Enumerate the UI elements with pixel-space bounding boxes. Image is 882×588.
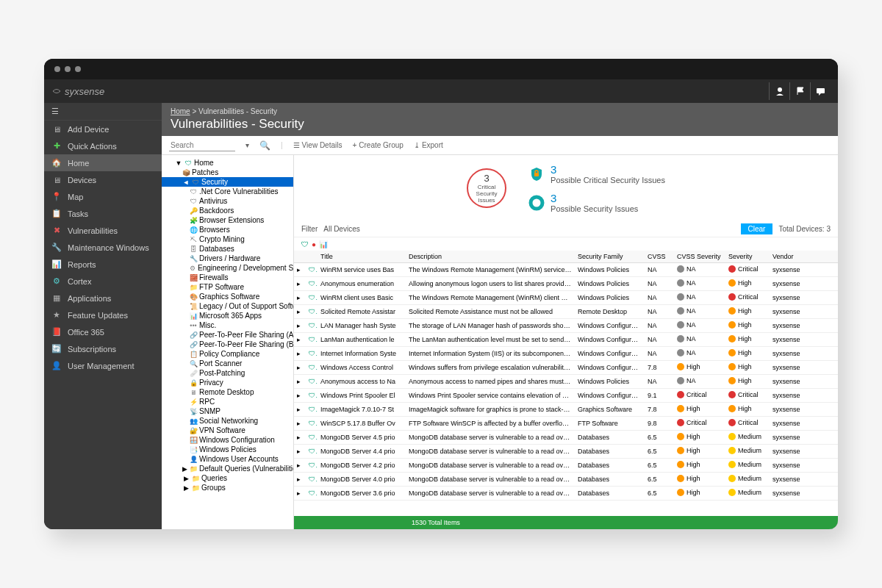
expand-icon[interactable]: ▸: [294, 473, 306, 485]
table-row[interactable]: ▸🛡ImageMagick 7.0.10-7 StImageMagick sof…: [294, 403, 838, 417]
table-row[interactable]: ▸🛡Internet Information SysteInternet Inf…: [294, 347, 838, 361]
tree-node[interactable]: 👤Windows User Accounts: [162, 454, 293, 464]
sidebar-item-devices[interactable]: 🖥Devices: [44, 171, 162, 188]
sidebar-item-user-management[interactable]: 👤User Management: [44, 357, 162, 374]
table-row[interactable]: ▸🛡LanMan authentication leThe LanMan aut…: [294, 333, 838, 347]
sidebar-item-reports[interactable]: 📊Reports: [44, 256, 162, 273]
column-header[interactable]: Security Family: [575, 251, 645, 262]
expand-icon[interactable]: ▸: [294, 362, 306, 373]
sidebar-item-quick-actions[interactable]: ✚Quick Actions: [44, 137, 162, 154]
dropdown-icon[interactable]: ▾: [245, 141, 249, 149]
hamburger-icon[interactable]: ☰: [44, 103, 162, 121]
table-row[interactable]: ▸🛡Anonymous access to NaAnonymous access…: [294, 375, 838, 389]
tree-node[interactable]: 🪟Windows Configuration: [162, 435, 293, 445]
expand-icon[interactable]: ▸: [294, 306, 306, 318]
export-button[interactable]: ⤓ Export: [414, 141, 443, 149]
tree-node[interactable]: ⚙Engineering / Development So: [162, 263, 293, 273]
tree-node[interactable]: •••Misc.: [162, 320, 293, 330]
chat-icon[interactable]: [810, 82, 831, 100]
tree-node[interactable]: 📡SNMP: [162, 406, 293, 416]
tree-node[interactable]: 🔧Drivers / Hardware: [162, 254, 293, 263]
tree-node[interactable]: 📜Legacy / Out of Support Softwa: [162, 301, 293, 311]
expand-icon[interactable]: ▸: [294, 264, 306, 276]
sidebar-item-map[interactable]: 📍Map: [44, 188, 162, 205]
tree-node[interactable]: 🛡Antivirus: [162, 196, 293, 206]
expand-icon[interactable]: ▸: [294, 445, 306, 457]
breadcrumb-home[interactable]: Home: [171, 107, 190, 115]
flag-icon[interactable]: [789, 82, 810, 100]
expand-icon[interactable]: ▶: [182, 484, 190, 492]
tree-node[interactable]: ⛏Crypto Mining: [162, 234, 293, 244]
tree-node[interactable]: 🗄Databases: [162, 244, 293, 254]
table-row[interactable]: ▸🛡MongoDB Server 4.2 prioMongoDB databas…: [294, 459, 838, 473]
tree-node[interactable]: 📁FTP Software: [162, 282, 293, 292]
table-row[interactable]: ▸🛡MongoDB Server 3.6 prioMongoDB databas…: [294, 487, 838, 501]
tree-node[interactable]: 🔑Backdoors: [162, 206, 293, 215]
search-icon[interactable]: 🔍: [259, 140, 270, 151]
tree-node[interactable]: ◄🛡Security: [162, 177, 293, 187]
clear-button[interactable]: Clear: [741, 223, 773, 234]
table-row[interactable]: ▸🛡Windows Access ControlWindows suffers …: [294, 361, 838, 375]
tree-node[interactable]: 🔗Peer-To-Peer File Sharing (Bin: [162, 340, 293, 349]
sidebar-item-cortex[interactable]: ⚙Cortex: [44, 273, 162, 290]
tree-node[interactable]: 📦Patches: [162, 168, 293, 177]
expand-icon[interactable]: ▸: [294, 320, 306, 331]
sidebar-item-office-365[interactable]: 📕Office 365: [44, 323, 162, 340]
table-row[interactable]: ▸🛡MongoDB Server 4.4 prioMongoDB databas…: [294, 445, 838, 459]
expand-icon[interactable]: ◄: [182, 179, 190, 186]
sidebar-item-tasks[interactable]: 📋Tasks: [44, 205, 162, 222]
expand-icon[interactable]: ▸: [294, 278, 306, 290]
sidebar-item-maintenance-windows[interactable]: 🔧Maintenance Windows: [44, 239, 162, 256]
sidebar-item-vulnerabilities[interactable]: ✖Vulnerabilities: [44, 222, 162, 239]
tree-node[interactable]: ▼🛡Home: [162, 158, 293, 168]
column-header[interactable]: CVSS Severity: [674, 251, 725, 262]
expand-icon[interactable]: ▸: [294, 417, 306, 429]
column-header[interactable]: CVSS: [645, 251, 674, 262]
tree-node[interactable]: 🔒Privacy: [162, 378, 293, 387]
tree-node[interactable]: 🧩Browser Extensions: [162, 215, 293, 225]
tree-node[interactable]: 👥Social Networking: [162, 416, 293, 426]
table-row[interactable]: ▸🛡MongoDB Server 4.5 prioMongoDB databas…: [294, 431, 838, 445]
tree-node[interactable]: 🔐VPN Software: [162, 426, 293, 435]
expand-icon[interactable]: ▸: [294, 459, 306, 471]
sidebar-item-home[interactable]: 🏠Home: [44, 154, 162, 171]
tree-node[interactable]: 🔍Port Scanner: [162, 359, 293, 368]
expand-icon[interactable]: ▼: [175, 159, 182, 167]
tree-node[interactable]: ▶📁Queries: [162, 473, 293, 483]
tree-node[interactable]: 🖥Remote Desktop: [162, 387, 293, 397]
table-row[interactable]: ▸🛡LAN Manager hash SysteThe storage of L…: [294, 319, 838, 333]
create-group-button[interactable]: + Create Group: [352, 141, 403, 149]
tree-node[interactable]: ⚡RPC: [162, 397, 293, 406]
tree-node[interactable]: 🔗Peer-To-Peer File Sharing (Ap: [162, 330, 293, 340]
view-details-button[interactable]: ☰ View Details: [293, 141, 343, 149]
table-row[interactable]: ▸🛡MongoDB Server 4.0 prioMongoDB databas…: [294, 473, 838, 487]
filter-value[interactable]: All Devices: [323, 225, 359, 233]
tree-node[interactable]: ▶📁Groups: [162, 483, 293, 492]
column-header[interactable]: [294, 251, 306, 262]
tree-node[interactable]: 📊Microsoft 365 Apps: [162, 311, 293, 320]
expand-icon[interactable]: ▸: [294, 404, 306, 415]
tree-node[interactable]: 🩹Post-Patching: [162, 368, 293, 378]
search-input[interactable]: [169, 140, 235, 151]
expand-icon[interactable]: ▸: [294, 334, 306, 345]
tree-node[interactable]: ▶📁Default Queries (Vulnerabilities): [162, 464, 293, 473]
column-header[interactable]: Severity: [725, 251, 770, 262]
table-row[interactable]: ▸🛡Solicited Remote AssistarSolicited Rem…: [294, 305, 838, 319]
table-row[interactable]: ▸🛡WinRM service uses BasThe Windows Remo…: [294, 263, 838, 277]
user-icon[interactable]: [769, 82, 789, 100]
sidebar-item-feature-updates[interactable]: ★Feature Updates: [44, 306, 162, 323]
tree-node[interactable]: 📋Policy Compliance: [162, 349, 293, 359]
table-row[interactable]: ▸🛡Anonymous enumerationAllowing anonymou…: [294, 277, 838, 291]
table-row[interactable]: ▸🛡Windows Print Spooler ElWindows Print …: [294, 389, 838, 403]
expand-icon[interactable]: ▸: [294, 390, 306, 401]
column-header[interactable]: [306, 251, 318, 262]
table-row[interactable]: ▸🛡WinSCP 5.17.8 Buffer OvFTP Software Wi…: [294, 417, 838, 431]
expand-icon[interactable]: ▸: [294, 376, 306, 387]
tree-node[interactable]: 🧱Firewalls: [162, 273, 293, 282]
column-header[interactable]: Title: [318, 251, 406, 262]
expand-icon[interactable]: ▸: [294, 292, 306, 304]
expand-icon[interactable]: ▸: [294, 348, 306, 359]
expand-icon[interactable]: ▸: [294, 487, 306, 499]
sidebar-item-applications[interactable]: ▦Applications: [44, 290, 162, 306]
tree-node[interactable]: 📑Windows Policies: [162, 445, 293, 454]
